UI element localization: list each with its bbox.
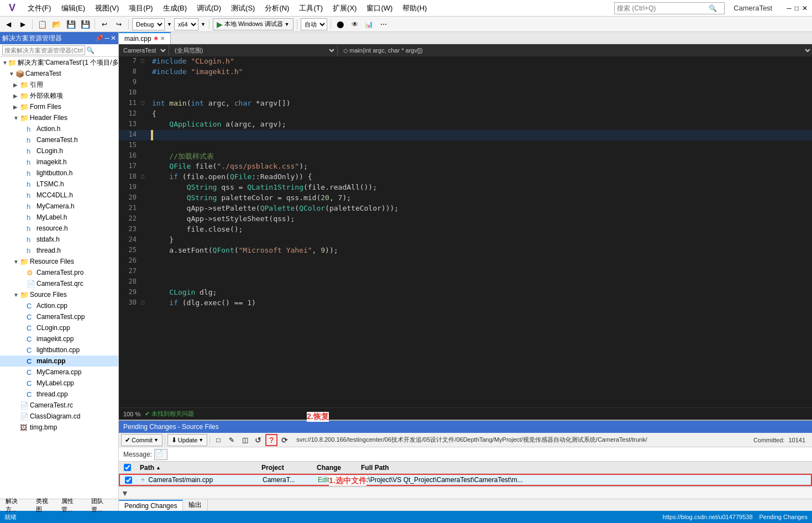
pending-icon-btn2[interactable]: ✎ [226, 434, 238, 446]
tree-item-actioncpp[interactable]: CAction.cpp [0, 300, 118, 311]
restore-button[interactable]: ? [265, 434, 277, 446]
debug-config-select[interactable]: Debug [132, 18, 165, 30]
search-input[interactable] [615, 3, 709, 13]
tree-item-ltsmch[interactable]: hLTSMC.h [0, 179, 118, 190]
col-change[interactable]: Change [312, 464, 357, 472]
collapse-btn[interactable]: □ [141, 298, 150, 305]
new-btn[interactable]: 📋 [36, 18, 48, 30]
saveall-btn[interactable]: 💾 [79, 18, 91, 30]
collapse-btn[interactable]: □ [141, 98, 150, 106]
footer-tab-properties[interactable]: 属性管... [58, 497, 86, 514]
nav-member-select[interactable]: ◇ main(int argc, char * argv[]) [339, 44, 812, 56]
redo-btn[interactable]: ↪ [113, 18, 125, 30]
tree-item-lightbuttonh[interactable]: hlightbutton.h [0, 168, 118, 179]
save-btn[interactable]: 💾 [65, 18, 77, 30]
menu-project[interactable]: 项目(P) [124, 2, 157, 14]
collapse-btn[interactable]: □ [141, 56, 150, 64]
menu-window[interactable]: 窗口(W) [362, 2, 397, 14]
tree-item-clogincpp[interactable]: CCLogin.cpp [0, 322, 118, 333]
tree-item-imagekitcpp[interactable]: Cimagekit.cpp [0, 333, 118, 344]
collapse-btn[interactable] [141, 67, 150, 68]
open-btn[interactable]: 📂 [50, 18, 62, 30]
close-btn[interactable]: ✕ [802, 4, 808, 12]
back-btn[interactable]: ◀ [2, 18, 14, 30]
tree-item-external[interactable]: ▶ 📁 外部依赖项 [0, 90, 118, 101]
collapse-btn[interactable]: □ [141, 172, 150, 179]
auto-select[interactable]: 自动 [301, 18, 327, 30]
nav-project-select[interactable]: CameraTest [119, 44, 167, 56]
toolbar-more[interactable]: ⋯ [378, 18, 390, 30]
menu-tools[interactable]: 工具(T) [295, 2, 327, 14]
tree-item-sourcefiles[interactable]: ▼ 📁 Source Files [0, 289, 118, 300]
menu-view[interactable]: 视图(V) [91, 2, 123, 14]
tree-item-lightbuttoncpp[interactable]: Clightbutton.cpp [0, 344, 118, 355]
tree-item-classdiagram[interactable]: 📄ClassDiagram.cd [0, 411, 118, 422]
code-editor[interactable]: 7 □ #include "CLogin.h" 8 #include "imag… [119, 56, 812, 407]
col-project[interactable]: Project [257, 464, 312, 472]
footer-tab-team[interactable]: 团队资... [88, 497, 116, 514]
tree-solution-root[interactable]: ▼ 📁 解决方案'CameraTest'(1 个项目/多 [0, 57, 118, 68]
message-icon[interactable]: 📄 [154, 449, 167, 460]
table-row[interactable]: + CameraTest/main.cpp CameraT... Edited … [119, 474, 812, 486]
tree-item-mylabelcpp[interactable]: CMyLabel.cpp [0, 378, 118, 389]
minimize-btn[interactable]: ─ [787, 4, 792, 12]
menu-edit[interactable]: 编辑(E) [57, 2, 90, 14]
tree-item-headerfiles[interactable]: ▼ 📁 Header Files [0, 112, 118, 123]
tab-pending-changes[interactable]: Pending Changes [119, 500, 183, 511]
tree-item-camerapro[interactable]: ⚙CameraTest.pro [0, 267, 118, 278]
forward-btn[interactable]: ▶ [17, 18, 29, 30]
tree-item-threadh[interactable]: hthread.h [0, 245, 118, 256]
footer-tab-solution[interactable]: 解决方... [2, 497, 30, 514]
run-button[interactable]: ▶ 本地 Windows 调试器 ▼ [213, 18, 294, 30]
menu-file[interactable]: 文件(F) [23, 2, 56, 14]
tree-item-timg[interactable]: 🖼timg.bmp [0, 422, 118, 433]
pending-icon-btn1[interactable]: □ [212, 434, 224, 446]
menu-help[interactable]: 帮助(H) [398, 2, 431, 14]
sol-pin-icon[interactable]: 📌 [95, 34, 103, 42]
revert-btn[interactable]: ↺ [252, 434, 264, 446]
tree-item-cameratestcpp[interactable]: CCameraTest.cpp [0, 311, 118, 322]
tab-maincpp[interactable]: main.cpp ✱ ✕ [119, 32, 171, 44]
solution-search-input[interactable] [2, 45, 85, 55]
platform-select[interactable]: x64 [174, 18, 198, 30]
menu-test[interactable]: 测试(S) [227, 2, 259, 14]
update-button[interactable]: ⬇ Update ▼ [167, 434, 207, 446]
watch-btn[interactable]: 👁 [349, 18, 361, 30]
tree-item-cameratestrc[interactable]: 📄CameraTest.rc [0, 400, 118, 411]
refresh-btn[interactable]: ⟳ [279, 434, 291, 446]
tree-item-stdafxh[interactable]: hstdafx.h [0, 234, 118, 245]
tree-item-resourceh[interactable]: hresource.h [0, 223, 118, 234]
menu-extend[interactable]: 扩展(X) [328, 2, 361, 14]
tree-item-actionh[interactable]: hAction.h [0, 123, 118, 134]
sol-close-icon[interactable]: ✕ [111, 34, 116, 42]
nav-scope-select[interactable]: (全局范围) [170, 44, 336, 56]
row-checkbox[interactable] [125, 477, 132, 484]
sol-minimize-icon[interactable]: ─ [104, 34, 109, 42]
tree-item-cloinh[interactable]: hCLogin.h [0, 145, 118, 156]
menu-build[interactable]: 生成(B) [159, 2, 191, 14]
tree-item-mylabelh[interactable]: hMyLabel.h [0, 212, 118, 223]
tree-item-mycamerah[interactable]: hMyCamera.h [0, 201, 118, 212]
menu-debug[interactable]: 调试(D) [192, 2, 226, 14]
tree-item-resourcefiles[interactable]: ▼ 📁 Resource Files [0, 256, 118, 267]
expand-icon[interactable]: ▼ [119, 489, 131, 498]
tree-item-formfiles[interactable]: ▶ 📁 Form Files [0, 101, 118, 112]
commit-button[interactable]: ✔ Commit ▼ [121, 434, 163, 446]
tree-item-yinyong[interactable]: ▶ 📁 引用 [0, 79, 118, 90]
maximize-btn[interactable]: □ [795, 4, 799, 12]
tree-item-cameraqrc[interactable]: 📄CameraTest.qrc [0, 278, 118, 289]
tree-item-imagekith[interactable]: himagekit.h [0, 156, 118, 168]
breakpoint-btn[interactable]: ⬤ [334, 18, 347, 30]
tree-item-maincpp[interactable]: Cmain.cpp [0, 355, 118, 367]
tab-output[interactable]: 输出 [183, 499, 208, 511]
menu-analyze[interactable]: 分析(N) [260, 2, 294, 14]
col-path[interactable]: Path ▲ [135, 464, 257, 472]
select-all-checkbox[interactable] [124, 464, 131, 471]
footer-tab-classview[interactable]: 类视图 [33, 497, 56, 514]
tree-item-cameratesth[interactable]: hCameraTest.h [0, 134, 118, 145]
undo-btn[interactable]: ↩ [98, 18, 111, 30]
tree-project-root[interactable]: ▼ 📦 CameraTest [0, 68, 118, 79]
tree-item-threadcpp[interactable]: Cthread.cpp [0, 389, 118, 400]
pending-icon-btn3[interactable]: ◫ [239, 434, 251, 446]
tree-item-mcc4dllh[interactable]: hMCC4DLL.h [0, 190, 118, 201]
